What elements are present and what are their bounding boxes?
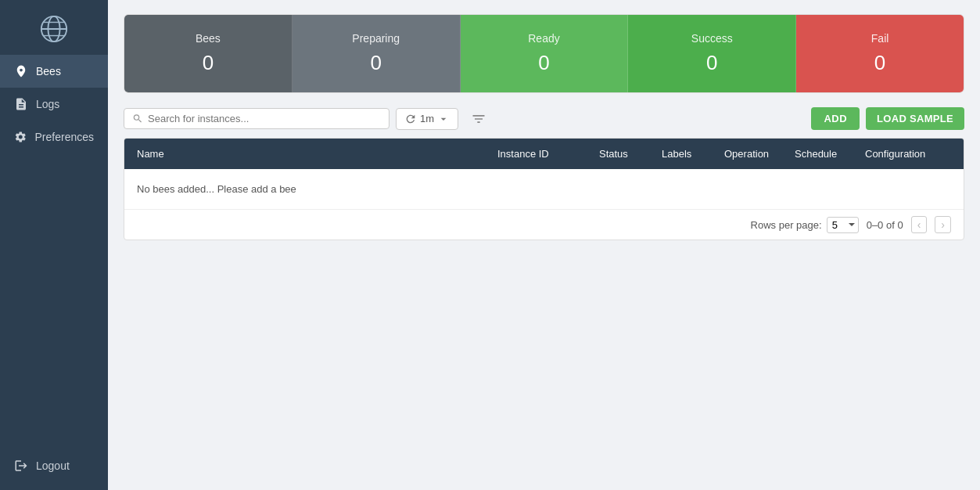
toolbar: 1m ADD LOAD SAMPLE	[124, 107, 964, 130]
table-container: Name Instance ID Status Labels Operation…	[124, 138, 964, 240]
col-name: Name	[137, 148, 497, 160]
stat-label-ready: Ready	[528, 32, 559, 45]
sidebar-item-bees[interactable]: Bees	[0, 55, 108, 88]
rows-per-page-control: Rows per page: 5 10 25	[751, 217, 859, 233]
logout-icon	[14, 459, 28, 473]
logout-label: Logout	[36, 459, 70, 472]
sidebar-item-logs-label: Logs	[36, 98, 59, 110]
stat-card-ready: Ready 0	[461, 15, 629, 92]
stat-value-ready: 0	[538, 51, 549, 75]
filter-button[interactable]	[465, 108, 493, 130]
rows-per-page-label: Rows per page:	[751, 219, 822, 231]
col-schedule: Schedule	[795, 148, 865, 160]
stat-label-bees: Bees	[196, 32, 221, 45]
refresh-interval-label: 1m	[420, 113, 434, 124]
filter-icon	[471, 111, 486, 127]
sidebar-item-preferences[interactable]: Preferences	[0, 121, 108, 153]
add-button[interactable]: ADD	[811, 107, 860, 130]
col-configuration: Configuration	[865, 148, 951, 160]
search-icon	[132, 113, 143, 124]
stat-value-fail: 0	[874, 51, 885, 75]
stat-label-fail: Fail	[871, 32, 889, 45]
chevron-down-icon	[437, 113, 450, 125]
stat-card-success: Success 0	[628, 15, 796, 92]
sidebar-item-bees-label: Bees	[36, 65, 61, 77]
sidebar-bottom: Logout	[0, 449, 108, 490]
stat-value-preparing: 0	[370, 51, 381, 75]
stat-value-bees: 0	[203, 51, 214, 75]
stat-label-success: Success	[691, 32, 733, 45]
sidebar-item-preferences-label: Preferences	[35, 131, 94, 143]
pagination-prev-button[interactable]: ‹	[911, 216, 928, 233]
search-input[interactable]	[148, 113, 381, 124]
refresh-button[interactable]: 1m	[396, 108, 458, 130]
preferences-icon	[14, 130, 27, 144]
stat-card-fail: Fail 0	[796, 15, 964, 92]
stats-row: Bees 0 Preparing 0 Ready 0 Success 0 Fai…	[124, 14, 964, 93]
logo-icon	[39, 14, 69, 44]
stat-label-preparing: Preparing	[352, 32, 400, 45]
app-logo	[0, 0, 108, 55]
load-sample-button[interactable]: LOAD SAMPLE	[866, 107, 964, 130]
bees-icon	[14, 64, 28, 78]
table-empty-message: No bees added... Please add a bee	[124, 169, 964, 209]
stat-card-preparing: Preparing 0	[293, 15, 461, 92]
stat-card-bees: Bees 0	[124, 15, 293, 92]
main-content: Bees 0 Preparing 0 Ready 0 Success 0 Fai…	[108, 0, 980, 490]
logout-button[interactable]: Logout	[0, 449, 108, 482]
table-footer: Rows per page: 5 10 25 0–0 of 0 ‹ ›	[124, 209, 964, 240]
sidebar: Bees Logs Preferences Logout	[0, 0, 108, 490]
rows-per-page-select[interactable]: 5 10 25	[827, 217, 859, 233]
search-wrapper	[124, 108, 389, 129]
sidebar-item-logs[interactable]: Logs	[0, 88, 108, 121]
stat-value-success: 0	[706, 51, 717, 75]
pagination-next-button[interactable]: ›	[935, 216, 951, 233]
pagination-range: 0–0 of 0	[867, 219, 903, 231]
refresh-icon	[404, 113, 417, 125]
table-header: Name Instance ID Status Labels Operation…	[124, 139, 964, 169]
logs-icon	[14, 97, 28, 111]
col-operation: Operation	[724, 148, 795, 160]
col-instance-id: Instance ID	[497, 148, 599, 160]
sidebar-nav: Bees Logs Preferences	[0, 55, 108, 449]
col-status: Status	[599, 148, 662, 160]
col-labels: Labels	[662, 148, 724, 160]
